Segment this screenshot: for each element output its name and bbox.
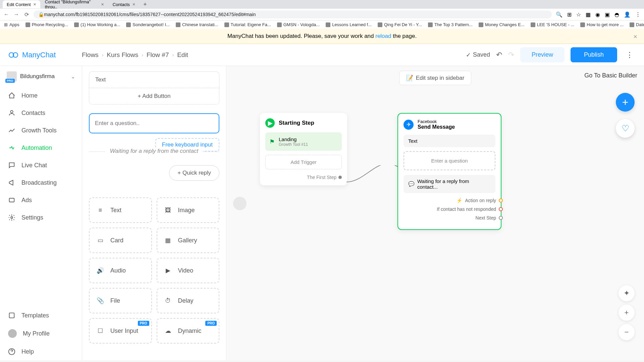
close-icon[interactable]: × (101, 2, 104, 7)
auto-layout-button[interactable]: ✦ (619, 285, 635, 301)
menu-icon[interactable]: ⋮ (635, 11, 641, 18)
browser-tabs: Edit Content× Contact "Bildungsfirma" th… (0, 0, 644, 9)
sidebar-item-broadcasting[interactable]: Broadcasting (0, 174, 82, 191)
sidebar-item-settings[interactable]: Settings (0, 209, 82, 226)
browser-tab[interactable]: Contact "Bildungsfirma" throu..× (41, 0, 108, 11)
question-input[interactable] (89, 113, 219, 133)
connector-dot[interactable] (499, 198, 503, 202)
starting-step-node[interactable]: ▶ Starting Step ⚑ Landing Growth Tool #1… (260, 113, 347, 185)
tile-file[interactable]: 📎File (89, 288, 152, 313)
close-icon[interactable]: × (132, 2, 135, 7)
sidebar-item-growth-tools[interactable]: Growth Tools (0, 122, 82, 139)
sidebar-item-automation[interactable]: Automation (0, 139, 82, 157)
bookmark[interactable]: LEE 'S HOUSE - ... (531, 22, 575, 27)
reload-icon[interactable]: ⟳ (23, 11, 30, 17)
back-icon[interactable]: ← (3, 11, 9, 17)
add-button[interactable]: + Add Button (89, 88, 219, 105)
no-response-output[interactable]: If contact has not responded (404, 206, 495, 212)
tile-dynamic[interactable]: ☁DynamicPRO (157, 318, 220, 344)
flow-canvas[interactable]: 📝 Edit step in sidebar Go To Basic Build… (226, 66, 644, 360)
first-step-output[interactable]: The First Step (265, 175, 342, 180)
sidebar-item-ads[interactable]: Ads (0, 191, 82, 209)
sidebar-item-live-chat[interactable]: Live Chat (0, 157, 82, 174)
favorite-fab[interactable]: ♡ (616, 119, 635, 138)
connector-dot[interactable] (499, 207, 503, 211)
bookmark[interactable]: Chinese translati... (176, 22, 218, 27)
bookmark[interactable]: ⊞Apps (4, 22, 19, 27)
extension-icon[interactable]: ⊞ (567, 11, 572, 18)
next-step-output[interactable]: Next Step (404, 215, 495, 221)
sidebar-item-templates[interactable]: Templates (0, 307, 82, 324)
edit-step-sidebar-button[interactable]: 📝 Edit step in sidebar (399, 71, 472, 85)
tile-video[interactable]: ▶Video (157, 258, 220, 283)
favicon-icon (479, 22, 483, 27)
breadcrumb-item[interactable]: Flow #7 (147, 51, 169, 59)
bookmark[interactable]: Qing Fei De Yi - Y... (378, 22, 422, 27)
tile-text[interactable]: ≡Text (89, 197, 152, 223)
collapse-panel-handle[interactable] (233, 197, 247, 210)
tile-card[interactable]: ▭Card (89, 228, 152, 253)
text-chip[interactable]: Text (404, 135, 495, 147)
address-bar[interactable]: 🔒 manychat.com/fb198150208192061/cms/fil… (34, 10, 552, 18)
sidebar-item-help[interactable]: Help (0, 343, 82, 360)
zoom-controls: ✦ + − (619, 285, 635, 340)
trigger-chip[interactable]: ⚑ Landing Growth Tool #11 (265, 132, 342, 151)
sidebar-item-profile[interactable]: My Profile (0, 324, 82, 343)
tile-user-input[interactable]: ☐User InputPRO (89, 318, 152, 344)
org-selector[interactable]: PRO Bildungsfirma ⌄ (0, 66, 82, 87)
star-icon[interactable]: ☆ (576, 11, 581, 18)
add-trigger-button[interactable]: Add Trigger (265, 155, 342, 169)
breadcrumb-item[interactable]: Kurs Flows (107, 51, 138, 59)
profile-icon[interactable]: 👤 (624, 11, 631, 18)
bookmark[interactable]: Money Changes E... (479, 22, 525, 27)
bookmark[interactable]: (1) How Working a... (74, 22, 120, 27)
redo-button[interactable]: ↷ (508, 51, 514, 59)
quick-reply-button[interactable]: + Quick reply (169, 165, 219, 181)
ext4-icon[interactable]: ◓ (614, 11, 619, 18)
send-message-node[interactable]: ✈ Facebook Send Message Text Enter a que… (397, 113, 501, 230)
reload-link[interactable]: reload (375, 33, 391, 39)
logo[interactable]: ManyChat (8, 50, 82, 60)
saved-status: ✓Saved (466, 51, 490, 59)
logo-text: ManyChat (22, 51, 56, 59)
ext1-icon[interactable]: ▦ (586, 11, 591, 18)
go-basic-builder-link[interactable]: Go To Basic Builder (584, 72, 637, 79)
tile-image[interactable]: 🖼Image (157, 197, 220, 223)
preview-button[interactable]: Preview (520, 47, 565, 62)
bookmark[interactable]: How to get more ... (580, 22, 624, 27)
connector-dot[interactable] (499, 216, 503, 220)
contacts-icon (8, 109, 15, 117)
zoom-in-button[interactable]: + (619, 305, 635, 321)
publish-button[interactable]: Publish (571, 47, 617, 62)
connector-dot[interactable] (338, 176, 342, 179)
close-icon[interactable]: × (34, 2, 36, 7)
bookmark[interactable]: Phone Recycling... (25, 22, 68, 27)
bookmark[interactable]: Tutorial: Eigene Fa... (224, 22, 271, 27)
breadcrumb-item[interactable]: Flows (82, 51, 99, 59)
forward-icon[interactable]: → (13, 11, 19, 17)
bookmark[interactable]: GMSN - Vologda... (277, 22, 320, 27)
undo-button[interactable]: ↶ (496, 51, 502, 59)
new-tab-button[interactable]: + (140, 0, 150, 9)
tile-audio[interactable]: 🔊Audio (89, 258, 152, 283)
close-icon[interactable]: × (633, 33, 637, 41)
more-menu-icon[interactable]: ⋮ (623, 51, 636, 59)
add-step-fab[interactable]: + (616, 93, 635, 112)
browser-tab[interactable]: Edit Content× (3, 0, 40, 8)
question-placeholder[interactable]: Enter a question (404, 151, 495, 170)
zoom-icon[interactable]: 🔍 (556, 11, 562, 18)
action-on-reply-output[interactable]: ⚡Action on reply (404, 198, 495, 203)
bookmark[interactable]: Sonderangebot! I... (126, 22, 170, 27)
sidebar-item-home[interactable]: Home (0, 87, 82, 104)
bookmark[interactable]: Datenschutz – Re... (630, 22, 644, 27)
bookmark[interactable]: Lessons Learned f... (326, 22, 372, 27)
tile-gallery[interactable]: ▦Gallery (157, 228, 220, 253)
bookmark[interactable]: The Top 3 Pattern... (428, 22, 473, 27)
browser-tab[interactable]: Contacts× (109, 0, 140, 8)
sidebar-item-contacts[interactable]: Contacts (0, 104, 82, 122)
text-block[interactable]: Text (89, 71, 219, 88)
tile-delay[interactable]: ⏱Delay (157, 288, 220, 313)
zoom-out-button[interactable]: − (619, 324, 635, 340)
ext3-icon[interactable]: ▣ (605, 11, 610, 18)
ext2-icon[interactable]: ◉ (595, 11, 600, 18)
